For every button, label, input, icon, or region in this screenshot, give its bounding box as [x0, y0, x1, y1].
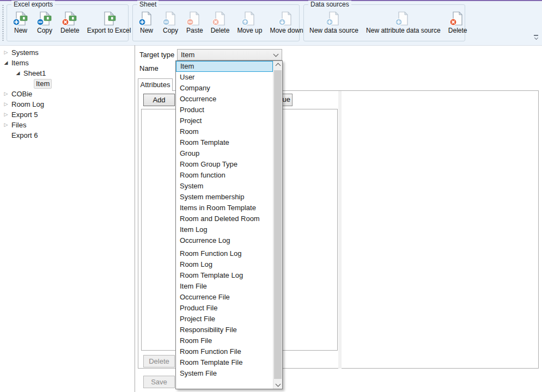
toolbar-button-new-data-source[interactable]: New data source	[307, 10, 361, 36]
dropdown-option-system-file[interactable]: System File	[176, 368, 273, 379]
new-sheet-icon	[138, 11, 155, 26]
toolbar-grip-handle[interactable]	[2, 4, 4, 41]
dropdown-option-room-and-deleted-room[interactable]: Room and Deleted Room	[176, 213, 273, 224]
dropdown-option-room-group-type[interactable]: Room Group Type	[176, 159, 273, 170]
dropdown-option-product[interactable]: Product	[176, 105, 273, 115]
expander-expanded-icon[interactable]: ◢	[2, 58, 10, 68]
dropdown-option-responsibility-file[interactable]: Responsibility File	[176, 324, 273, 335]
expander-collapsed-icon[interactable]: ▷	[2, 47, 10, 58]
toolbar-button-copy[interactable]: Copy	[34, 10, 55, 36]
toolbar-button-label: Copy	[37, 27, 52, 35]
dropdown-option-room[interactable]: Room	[176, 126, 273, 137]
chevron-up-icon	[275, 63, 281, 69]
tab-attributes[interactable]: Attributes	[138, 78, 173, 91]
toolbar-button-delete[interactable]: Delete	[58, 10, 82, 36]
toolbar-button-copy[interactable]: Copy	[160, 10, 181, 36]
expander-collapsed-icon[interactable]: ▷	[2, 109, 10, 120]
toolbar-button-label: New	[14, 27, 27, 35]
tree-item-label: Systems	[10, 47, 40, 58]
expander-collapsed-icon[interactable]: ▷	[2, 89, 10, 99]
navigation-tree: ▷Systems◢Items◢Sheet1Item▷COBie▷Room Log…	[0, 45, 135, 392]
copy-sheet-icon	[162, 11, 179, 26]
dropdown-option-item-log[interactable]: Item Log	[176, 224, 273, 235]
target-type-combobox[interactable]: Item	[177, 49, 282, 60]
tree-item-room-log[interactable]: ▷Room Log	[0, 99, 135, 109]
move-down-icon	[278, 11, 295, 26]
dropdown-option-project[interactable]: Project	[176, 115, 273, 126]
tree-item-label: COBie	[10, 89, 34, 99]
dropdown-option-room-function[interactable]: Room function	[176, 170, 273, 181]
dropdown-option-group[interactable]: Group	[176, 148, 273, 159]
copy-excel-export-icon	[36, 11, 53, 26]
add-button[interactable]: Add	[143, 94, 175, 106]
tree-item-systems[interactable]: ▷Systems	[0, 47, 135, 58]
toolbar-button-new[interactable]: New	[10, 10, 31, 36]
toolbar-button-new-attribute-data-source[interactable]: New attribute data source	[364, 10, 443, 36]
toolbar-button-paste[interactable]: Paste	[184, 10, 205, 36]
dropdown-option-occurrence[interactable]: Occurrence	[176, 94, 273, 105]
dropdown-option-occurrence-file[interactable]: Occurrence File	[176, 292, 273, 303]
dropdown-option-items-in-room-template[interactable]: Items in Room Template	[176, 203, 273, 213]
toolbar-button-label: Copy	[163, 27, 178, 35]
dropdown-option-company[interactable]: Company	[176, 83, 273, 94]
dropdown-option-system[interactable]: System	[176, 181, 273, 192]
toolbar-button-label: Delete	[60, 27, 80, 35]
tree-item-sheet1[interactable]: ◢Sheet1	[0, 68, 135, 78]
delete-excel-export-icon	[62, 11, 78, 26]
tree-item-label: Export 6	[10, 130, 39, 140]
toolbar-button-label: Move down	[270, 27, 303, 35]
toolbar-button-export-to-excel[interactable]: Export to Excel	[85, 10, 133, 36]
export-to-excel-icon	[101, 11, 117, 26]
delete-data-source-icon	[449, 11, 466, 26]
toolbar-overflow-button[interactable]	[532, 34, 540, 44]
tree-main-divider[interactable]	[135, 45, 135, 392]
dropdown-option-system-membership[interactable]: System membership	[176, 192, 273, 203]
group-title: Excel exports	[11, 1, 55, 8]
tree-item-label: Sheet1	[22, 68, 47, 78]
scrollbar-thumb[interactable]	[274, 70, 282, 379]
scroll-up-button[interactable]	[273, 61, 282, 70]
toolbar-button-label: New attribute data source	[366, 27, 441, 35]
expander-expanded-icon[interactable]: ◢	[14, 68, 22, 78]
dropdown-option-room-function-log[interactable]: Room Function Log	[176, 248, 273, 259]
dropdown-option-room-file[interactable]: Room File	[176, 335, 273, 346]
save-button[interactable]: Save	[143, 376, 175, 388]
toolbar-button-label: Move up	[237, 27, 262, 35]
tree-item-label: Items	[10, 58, 31, 68]
tree-item-label: Room Log	[10, 99, 46, 109]
toolbar-button-delete[interactable]: Delete	[209, 10, 232, 36]
toolbar-button-new[interactable]: New	[136, 10, 157, 36]
expander-collapsed-icon[interactable]: ▷	[2, 99, 10, 109]
toolbar-button-label: Paste	[186, 27, 203, 35]
dropdown-option-room-template[interactable]: Room Template	[176, 137, 273, 148]
toolbar-button-delete[interactable]: Delete	[446, 10, 470, 36]
toolbar-button-label: Delete	[448, 27, 467, 35]
delete-button[interactable]: Delete	[143, 355, 175, 367]
expander-collapsed-icon[interactable]: ▷	[2, 120, 10, 130]
dropdown-option-project-file[interactable]: Project File	[176, 314, 273, 324]
tree-item-items[interactable]: ◢Items	[0, 58, 135, 68]
dropdown-option-product-file[interactable]: Product File	[176, 303, 273, 314]
toolbar-button-move-down[interactable]: Move down	[267, 10, 305, 36]
tree-item-item[interactable]: Item	[0, 78, 135, 89]
tree-item-label: Item	[34, 79, 52, 89]
dropdown-option-room-template-file[interactable]: Room Template File	[176, 357, 273, 368]
dropdown-option-item[interactable]: Item	[176, 61, 273, 72]
toolbar-button-move-up[interactable]: Move up	[235, 10, 264, 36]
dropdown-option-item-file[interactable]: Item File	[176, 281, 273, 292]
tree-item-export-5[interactable]: ▷Export 5	[0, 109, 135, 120]
dropdown-option-occurrence-log[interactable]: Occurrence Log	[176, 235, 273, 246]
tree-item-export-6[interactable]: Export 6	[0, 130, 135, 140]
dropdown-option-room-template-log[interactable]: Room Template Log	[176, 270, 273, 281]
scroll-down-button[interactable]	[273, 379, 282, 389]
toolbar-button-label: Delete	[211, 27, 230, 35]
tree-item-cobie[interactable]: ▷COBie	[0, 89, 135, 99]
new-attribute-data-source-icon	[395, 11, 411, 26]
chevron-down-icon	[273, 52, 279, 57]
new-excel-export-icon	[13, 11, 29, 26]
tree-item-files[interactable]: ▷Files	[0, 120, 135, 130]
dropdown-option-user[interactable]: User	[176, 72, 273, 83]
panel-splitter[interactable]	[338, 91, 342, 369]
dropdown-option-room-log[interactable]: Room Log	[176, 259, 273, 270]
dropdown-option-room-function-file[interactable]: Room Function File	[176, 346, 273, 357]
